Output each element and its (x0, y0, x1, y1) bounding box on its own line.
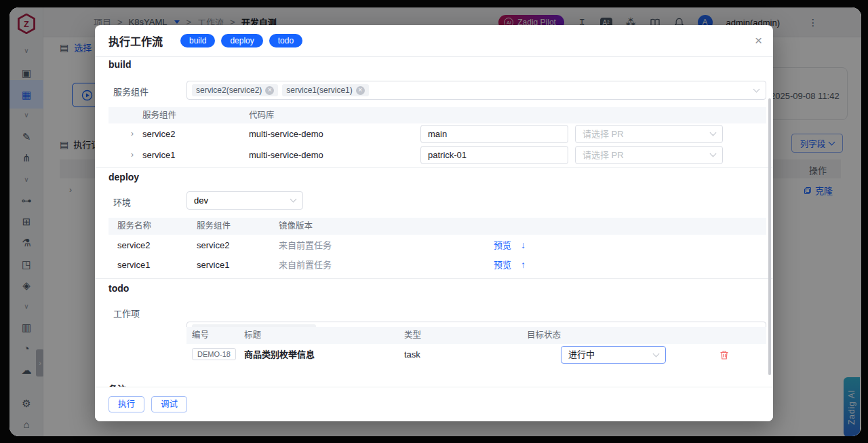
run-workflow-modal: 执行工作流 build deploy todo × build 服务组件 ser… (95, 25, 773, 421)
deploy-table-row: service2 service2 来自前置任务 预览 ↓ (108, 235, 766, 255)
selected-service-tag: service2(service2) × (192, 84, 278, 96)
delete-trash-icon[interactable] (719, 350, 729, 360)
target-status-select[interactable]: 进行中 (561, 346, 666, 364)
service-component: service2 (197, 235, 229, 255)
arrow-up-icon[interactable]: ↑ (521, 255, 526, 275)
service-column-header: 服务组件 (142, 107, 176, 123)
environment-select[interactable]: dev (186, 191, 303, 210)
expand-caret-icon[interactable]: › (131, 123, 134, 145)
remove-tag-icon[interactable]: × (356, 86, 365, 95)
work-item-type: task (404, 344, 420, 366)
chevron-down-icon (710, 130, 717, 136)
todo-table-header: 编号 标题 类型 目标状态 (186, 327, 766, 344)
preview-link[interactable]: 预览 (494, 255, 511, 275)
pr-select-placeholder: 请选择 PR (583, 145, 624, 166)
build-table-header: 服务组件 代码库 (108, 107, 766, 123)
stage-tag-build: build (180, 34, 215, 47)
debug-button[interactable]: 调试 (151, 396, 187, 413)
title-column-header: 标题 (244, 327, 261, 344)
expand-caret-icon[interactable]: › (131, 145, 134, 166)
chevron-down-icon (753, 85, 760, 92)
service-name: service1 (142, 145, 175, 166)
type-column-header: 类型 (404, 327, 421, 344)
todo-table-row: DEMO-18 商品类别枚举信息 task 进行中 (186, 344, 766, 366)
chevron-down-icon (710, 151, 717, 157)
service-name: service2 (117, 235, 150, 255)
screen-frame: Z ∨ ▣ ▦ ∨ ✎ ⋔ ∨ ⊶ ⊞ ⚗ ◳ ◈ ∨ ▥ ◔ ☁ ⚙ ⌂ › … (0, 0, 868, 443)
chevron-down-icon (290, 196, 297, 203)
modal-title: 执行工作流 (108, 33, 163, 49)
preview-link[interactable]: 预览 (494, 235, 511, 255)
section-divider (95, 278, 773, 279)
pr-select[interactable]: 请选择 PR (575, 125, 723, 143)
image-source: 来自前置任务 (279, 255, 332, 275)
service-components-multiselect[interactable]: service2(service2) × service1(service1) … (186, 81, 766, 100)
repo-name: multi-service-demo (249, 123, 323, 145)
branch-input[interactable] (420, 125, 568, 143)
id-column-header: 编号 (192, 327, 209, 344)
service-component: service1 (197, 255, 229, 275)
section-divider (95, 167, 773, 168)
chevron-down-icon (653, 350, 660, 357)
target-status-value: 进行中 (568, 344, 595, 366)
build-table-row: › service1 multi-service-demo 请选择 PR (108, 145, 766, 166)
remove-tag-icon[interactable]: × (265, 86, 274, 95)
deploy-table-row: service1 service1 来自前置任务 预览 ↑ (108, 255, 766, 275)
stage-tag-todo: todo (269, 34, 302, 47)
work-item-id-badge: DEMO-18 (192, 348, 236, 360)
pr-select[interactable]: 请选择 PR (575, 146, 723, 164)
environment-value: dev (194, 195, 208, 206)
arrow-down-icon[interactable]: ↓ (521, 235, 526, 255)
branch-input[interactable] (420, 146, 568, 164)
modal-scrollbar[interactable] (768, 98, 771, 375)
component-column-header: 服务组件 (197, 218, 231, 235)
work-item-label: 工作项 (113, 307, 140, 320)
deploy-section-heading: deploy (108, 172, 139, 182)
selected-service-tag: service1(service1) × (282, 84, 368, 96)
service-components-label: 服务组件 (113, 85, 149, 98)
deploy-table-header: 服务名称 服务组件 镜像版本 (108, 218, 766, 235)
status-column-header: 目标状态 (527, 327, 561, 344)
image-source: 来自前置任务 (279, 235, 332, 255)
repo-name: multi-service-demo (249, 145, 323, 166)
repo-column-header: 代码库 (249, 107, 275, 123)
build-section-heading: build (108, 59, 131, 70)
service-name: service1 (117, 255, 150, 275)
service-name: service2 (142, 123, 175, 145)
close-icon[interactable]: × (755, 34, 762, 47)
modal-header: 执行工作流 build deploy todo (95, 25, 773, 57)
image-column-header: 镜像版本 (279, 218, 313, 235)
service-name-column-header: 服务名称 (117, 218, 151, 235)
build-table-row: › service2 multi-service-demo 请选择 PR (108, 123, 766, 145)
work-item-title: 商品类别枚举信息 (244, 344, 315, 366)
pr-select-placeholder: 请选择 PR (583, 123, 624, 145)
modal-footer: 执行 调试 (95, 387, 773, 421)
tag-label: service1(service1) (286, 85, 352, 95)
todo-section-heading: todo (108, 283, 129, 294)
run-button[interactable]: 执行 (108, 396, 144, 413)
environment-label: 环境 (113, 195, 131, 208)
stage-tag-deploy: deploy (221, 34, 262, 47)
tag-label: service2(service2) (196, 85, 262, 95)
